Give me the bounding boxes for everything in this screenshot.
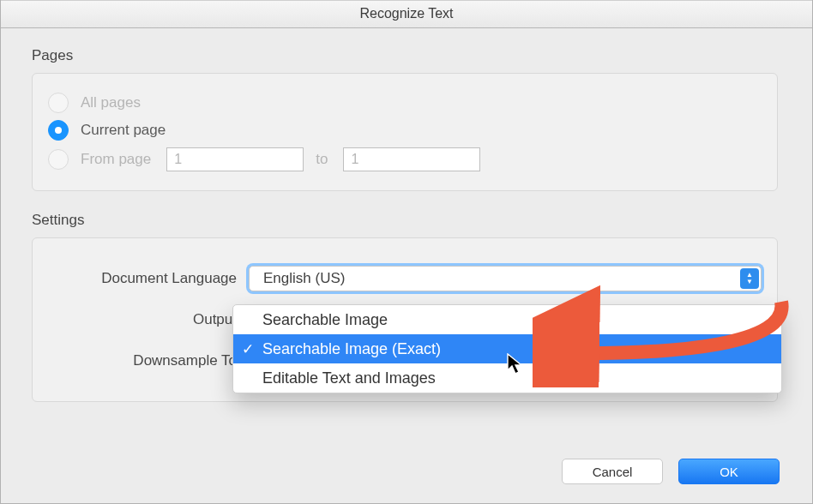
radio-current-page-row[interactable]: Current page <box>48 120 762 141</box>
cancel-button[interactable]: Cancel <box>562 459 663 484</box>
radio-from-page-row: From page to <box>48 147 762 171</box>
downsample-label: Downsample To <box>48 352 237 369</box>
radio-all-pages-row: All pages <box>48 93 762 113</box>
dialog-footer: Cancel OK <box>546 459 780 484</box>
dialog-title: Recognize Text <box>359 6 453 21</box>
cursor-icon <box>507 353 526 375</box>
check-icon: ✓ <box>233 340 262 358</box>
document-language-value: English (US) <box>263 270 345 287</box>
radio-all-pages <box>48 93 69 113</box>
recognize-text-dialog: Recognize Text Pages All pages Current p… <box>0 0 813 504</box>
updown-icon: ▲▼ <box>740 268 759 289</box>
output-dropdown[interactable]: Searchable Image ✓Searchable Image (Exac… <box>232 304 782 393</box>
to-page-field <box>343 147 480 171</box>
document-language-label: Document Language <box>48 270 237 287</box>
output-label: Output <box>48 311 237 328</box>
from-page-field <box>166 147 304 171</box>
ok-button[interactable]: OK <box>678 459 780 484</box>
pages-group: All pages Current page From page to <box>32 73 778 191</box>
radio-from-page <box>48 149 69 170</box>
dialog-titlebar: Recognize Text <box>1 0 812 28</box>
pages-group-label: Pages <box>32 47 778 64</box>
radio-from-page-label: From page <box>81 151 151 168</box>
radio-current-page-label: Current page <box>81 122 166 139</box>
radio-all-pages-label: All pages <box>81 94 141 111</box>
radio-current-page[interactable] <box>48 120 69 141</box>
document-language-select[interactable]: English (US) ▲▼ <box>249 266 762 291</box>
settings-group-label: Settings <box>32 212 778 229</box>
to-label: to <box>316 151 328 168</box>
output-option-searchable-image[interactable]: Searchable Image <box>233 305 781 334</box>
